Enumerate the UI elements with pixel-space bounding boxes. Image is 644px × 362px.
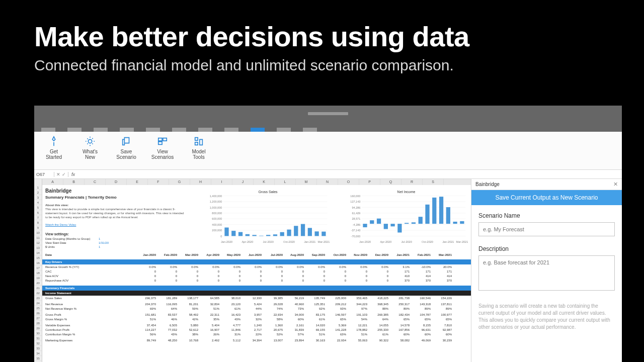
data-cell[interactable]: 60% [411,333,432,337]
row-header[interactable]: 1 [34,185,42,190]
sheet-content[interactable]: Bainbridge Summary Financials | Temerity… [42,185,471,362]
row-header[interactable]: 3 [34,195,42,200]
data-cell[interactable]: 414 [432,275,453,279]
ribbon-copy-button[interactable]: SaveScenario [111,135,142,167]
data-cell[interactable]: 37,454 [136,324,157,328]
data-cell[interactable]: 89,749 [136,339,157,343]
data-cell[interactable]: 12,330 [242,297,263,301]
data-cell[interactable]: 65% [326,318,347,322]
data-cell[interactable]: 141,228 [326,328,347,333]
data-cell[interactable]: 20,675 [263,328,284,333]
data-cell[interactable]: 90,322 [368,339,389,343]
data-cell[interactable]: 171 [411,270,432,275]
data-cell[interactable]: 22,311 [199,313,220,318]
data-cell[interactable]: 2,717 [242,328,263,333]
data-cell[interactable]: 38% [178,333,199,337]
data-cell[interactable]: 20.0% [432,265,453,270]
data-cell[interactable]: 61% [220,307,242,312]
save-scenario-button[interactable]: Save Current Output as New Scenario [471,190,622,205]
data-cell[interactable]: 0.0% [199,265,220,270]
data-cell[interactable]: 83,537 [157,313,178,318]
ribbon-tab[interactable] [146,128,160,132]
data-cell[interactable]: 38,010 [220,297,242,301]
data-cell[interactable]: 0 [157,279,178,284]
data-cell[interactable]: 209,212 [326,303,347,307]
data-cell[interactable]: 0.0% [284,265,305,270]
data-cell[interactable]: 7,810 [432,324,453,328]
data-cell[interactable]: 281,738 [389,297,411,301]
data-cell[interactable]: 344,223 [347,303,368,307]
data-cell[interactable]: 31,839 [284,328,305,333]
data-cell[interactable]: 11,846 [220,328,242,333]
data-cell[interactable]: 0.0% [326,265,347,270]
data-cell[interactable]: 8,155 [411,324,432,328]
data-cell[interactable]: 48,250 [157,339,178,343]
ribbon-screens-button[interactable]: ViewScenarios [147,135,178,167]
data-cell[interactable]: 0 [326,270,347,275]
row-header[interactable]: 5 [34,205,42,210]
data-cell[interactable]: 0 [347,275,368,279]
data-cell[interactable]: 65% [432,318,453,322]
data-cell[interactable]: 143,318 [411,303,432,307]
data-cell[interactable]: 58,492 [178,313,199,318]
data-cell[interactable]: 52,612 [178,328,199,333]
data-cell[interactable]: 23,120 [220,303,242,307]
data-cell[interactable]: 26% [199,333,220,337]
data-cell[interactable]: 135,749 [305,297,326,301]
data-cell[interactable]: 39,385 [263,297,284,301]
data-cell[interactable]: 137,811 [432,303,453,307]
row-header[interactable]: 15 [34,255,42,260]
col-header[interactable]: R [401,179,423,185]
row-header[interactable]: 4 [34,200,42,205]
col-header[interactable]: B [63,179,85,185]
data-cell[interactable]: 0.0% [263,265,284,270]
ribbon-tab[interactable] [120,128,134,132]
row-header[interactable]: 20 [34,281,42,286]
data-cell[interactable]: 60% [432,333,453,337]
data-cell[interactable]: 46% [157,318,178,322]
row-header[interactable]: 19 [34,276,42,281]
data-cell[interactable]: 0 [199,275,220,279]
row-header[interactable]: 9 [34,225,42,230]
worksheet[interactable]: ABCDEFGHIJKLMNOPQRS 12345678910111213141… [34,179,471,362]
data-cell[interactable]: 167,856 [389,328,411,333]
data-cell[interactable]: 204,370 [136,303,157,307]
data-cell[interactable]: 89% [411,307,432,312]
ribbon-tab[interactable] [94,128,108,132]
data-cell[interactable]: 0.0% [242,265,263,270]
data-cell[interactable]: 5,404 [199,324,220,328]
data-cell[interactable]: 14,055 [368,324,389,328]
data-cell[interactable]: 55,063 [347,339,368,343]
data-cell[interactable]: 0.0% [220,265,242,270]
row-header[interactable]: 27 [34,316,42,321]
row-header[interactable]: 14 [34,250,42,255]
data-cell[interactable]: 30,239 [432,339,453,343]
data-cell[interactable]: 83,175 [305,313,326,318]
data-cell[interactable]: 40,960 [284,303,305,307]
col-header[interactable]: O [338,179,359,185]
data-cell[interactable]: 88% [368,307,389,312]
row-header[interactable]: 26 [34,311,42,316]
row-header[interactable]: 25 [34,306,42,311]
data-cell[interactable]: 51% [199,307,220,312]
row-header[interactable]: 33 [34,346,42,351]
data-cell[interactable]: 125,351 [305,303,326,307]
data-cell[interactable]: 182,434 [389,313,411,318]
data-cell[interactable]: 54% [347,318,368,322]
data-cell[interactable]: 3,957 [242,313,263,318]
data-cell[interactable]: 69,155 [305,328,326,333]
col-header[interactable]: M [296,179,317,185]
data-cell[interactable]: 32,834 [199,303,220,307]
data-cell[interactable]: 0 [305,279,326,284]
col-header[interactable]: A [42,179,63,185]
data-cell[interactable]: 42% [178,318,199,322]
data-cell[interactable]: 81,231 [178,303,199,307]
data-cell[interactable]: 12,221 [347,324,368,328]
data-cell[interactable]: 34,000 [284,313,305,318]
data-cell[interactable]: 410 [389,275,411,279]
data-cell[interactable]: 56,219 [284,297,305,301]
data-cell[interactable]: -10.0% [411,265,432,270]
data-cell[interactable]: 0 [368,270,389,275]
data-cell[interactable]: 0 [263,275,284,279]
data-cell[interactable]: 0 [157,275,178,279]
